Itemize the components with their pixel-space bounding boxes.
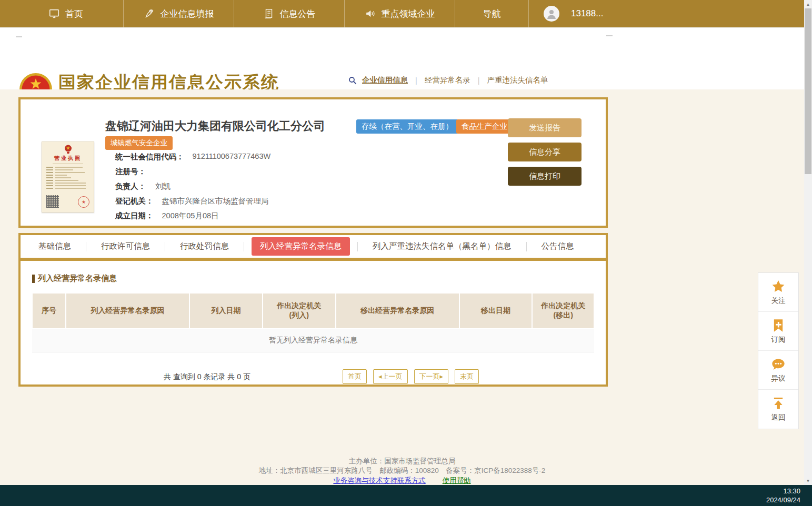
search-tab-illegal-dishonest-list[interactable]: 严重违法失信名单 [485, 75, 550, 85]
nav-item-navigation[interactable]: 导航 [455, 0, 529, 27]
field-establishment-date: 成立日期： 2008年05月08日 [115, 211, 270, 221]
taskbar-clock: 13:30 2024/09/24 [766, 487, 800, 504]
send-report-button[interactable]: 发送报告 [508, 118, 582, 137]
search-category-tabs: 企业信用信息 | 经营异常名录 | 严重违法失信名单 [348, 75, 609, 85]
separator [526, 242, 527, 251]
pen-icon [144, 8, 155, 19]
tab-announcement-info[interactable]: 公告信息 [534, 237, 582, 256]
table-header-row: 序号 列入经营异常名录原因 列入日期 作出决定机关 (列入) 移出经营异常名录原… [32, 293, 594, 329]
col-removal-date: 移出日期 [459, 293, 533, 329]
tab-basic-info[interactable]: 基础信息 [31, 237, 78, 256]
search-icon [348, 76, 357, 85]
pagination-buttons: 首页 ◂上一页 下一页▸ 末页 [343, 369, 479, 384]
nav-user-account[interactable]: 13188... [529, 0, 650, 27]
print-info-button[interactable]: 信息打印 [508, 167, 582, 186]
col-removal-authority: 作出决定机关 (移出) [532, 293, 594, 329]
license-title: 营业执照 [42, 155, 94, 162]
detail-tabs-panel: 基础信息 行政许可信息 行政处罚信息 列入经营异常名录信息 列入严重违法失信名单… [18, 233, 608, 387]
nav-item-label: 首页 [65, 8, 83, 20]
section-title-bar [32, 275, 35, 283]
col-inclusion-authority: 作出决定机关 (列入) [263, 293, 336, 329]
col-removal-reason: 移出经营异常名录原因 [336, 293, 459, 329]
avatar [544, 6, 559, 22]
nav-user-label: 13188... [571, 8, 603, 19]
clock-date: 2024/09/24 [766, 495, 800, 504]
section-title: 列入经营异常名录信息 [32, 274, 594, 284]
tab-administrative-penalty[interactable]: 行政处罚信息 [173, 237, 236, 256]
help-link[interactable]: 使用帮助 [443, 477, 471, 484]
license-emblem-icon [64, 145, 72, 154]
tab-abnormal-operation-list[interactable]: 列入经营异常名录信息 [252, 237, 350, 256]
nav-item-key-field-enterprises[interactable]: 重点领域企业 [345, 0, 455, 27]
support-contact-link[interactable]: 业务咨询与技术支持联系方式 [333, 477, 426, 484]
nav-item-home[interactable]: 首页 [8, 0, 124, 27]
abnormal-list-table: 序号 列入经营异常名录原因 列入日期 作出决定机关 (列入) 移出经营异常名录原… [32, 293, 594, 329]
food-producer-badge: 食品生产企业 [456, 119, 513, 134]
status-badge: 存续（在营、开业、在册） [356, 119, 458, 134]
pagination-summary: 共 查询到 0 条记录 共 0 页 [164, 372, 250, 382]
objection-button[interactable]: 异议 [758, 351, 798, 390]
os-taskbar: 13:30 2024/09/24 [0, 485, 812, 506]
company-name: 盘锦辽河油田大力集团有限公司化工分公司 [105, 118, 325, 134]
bookmark-plus-icon [771, 318, 786, 333]
last-page-button[interactable]: 末页 [455, 369, 479, 384]
nav-item-label: 企业信息填报 [161, 8, 214, 20]
col-inclusion-date: 列入日期 [189, 293, 263, 329]
license-qr-code [46, 195, 59, 208]
tab-bar: 基础信息 行政许可信息 行政处罚信息 列入经营异常名录信息 列入严重违法失信名单… [21, 235, 606, 261]
tab-serious-illegal-blacklist[interactable]: 列入严重违法失信名单（黑名单）信息 [365, 237, 519, 256]
nav-item-announcements[interactable]: 信息公告 [234, 0, 345, 27]
separator [244, 242, 244, 251]
back-to-top-button[interactable]: 返回 [758, 390, 798, 429]
scroll-down-arrow-icon[interactable]: ▼ [804, 477, 812, 485]
footer-organizer: 主办单位：国家市场监督管理总局 [0, 457, 804, 466]
top-nav: 首页 企业信息填报 信息公告 重点领域企业 导航 13188... [0, 0, 804, 27]
subscribe-button[interactable]: 订阅 [758, 312, 798, 351]
monitor-icon [48, 8, 60, 19]
field-person-in-charge: 负责人： 刘凯 [115, 181, 270, 191]
field-registration-number: 注册号： [115, 167, 270, 177]
scroll-up-arrow-icon[interactable]: ▲ [804, 0, 812, 8]
separator [165, 242, 165, 251]
user-icon [545, 7, 558, 20]
decorative-dash [606, 35, 613, 36]
share-info-button[interactable]: 信息分享 [508, 143, 582, 161]
page-footer: 主办单位：国家市场监督管理总局 地址：北京市西城区三里河东路八号 邮政编码：10… [0, 457, 804, 485]
speaker-icon [365, 8, 376, 19]
decorative-dash [16, 36, 22, 37]
vertical-scrollbar: ▲ ▼ [804, 0, 812, 485]
col-serial-number: 序号 [32, 293, 66, 329]
nav-item-enterprise-report[interactable]: 企业信息填报 [124, 0, 234, 27]
field-registration-authority: 登记机关： 盘锦市兴隆台区市场监督管理局 [115, 196, 270, 206]
separator: | [415, 76, 417, 85]
company-info-panel: 营业执照 ★ 盘锦辽河油田大力集团有限公司化工分公司 存续（在营、开业、在册） … [18, 97, 608, 228]
floating-side-panel: 关注 订阅 异议 返回 [758, 272, 799, 429]
scrollbar-thumb[interactable] [805, 8, 811, 174]
bulletin-icon [263, 8, 275, 19]
pagination: 共 查询到 0 条记录 共 0 页 首页 ◂上一页 下一页▸ 末页 [32, 369, 594, 385]
col-inclusion-reason: 列入经营异常名录原因 [66, 293, 189, 329]
separator [86, 242, 86, 251]
gas-safety-badge: 城镇燃气安全企业 [105, 136, 173, 150]
license-red-seal: ★ [78, 196, 89, 208]
separator [357, 242, 358, 251]
first-page-button[interactable]: 首页 [343, 369, 367, 384]
nav-item-label: 重点领域企业 [382, 8, 435, 20]
footer-address: 地址：北京市西城区三里河东路八号 邮政编码：100820 备案号：京ICP备18… [0, 466, 804, 475]
tab-content: 列入经营异常名录信息 序号 列入经营异常名录原因 列入日期 作出决定机关 (列入… [21, 261, 606, 385]
separator: | [478, 76, 480, 85]
previous-page-button[interactable]: ◂上一页 [373, 369, 408, 384]
tab-administrative-license[interactable]: 行政许可信息 [94, 237, 157, 256]
search-tab-enterprise-credit[interactable]: 企业信用信息 [360, 75, 410, 85]
clock-time: 13:30 [766, 487, 800, 495]
chat-bubble-icon [771, 357, 786, 372]
nav-item-label: 导航 [483, 8, 501, 20]
company-fields: 统一社会信用代码： 91211100673777463W 注册号： 负责人： 刘… [115, 152, 270, 226]
license-subline [53, 164, 83, 164]
business-license-image: 营业执照 ★ [42, 141, 94, 212]
field-credit-code: 统一社会信用代码： 91211100673777463W [115, 152, 270, 162]
star-icon [771, 279, 786, 294]
search-tab-abnormal-list[interactable]: 经营异常名录 [423, 75, 473, 85]
follow-button[interactable]: 关注 [758, 273, 798, 312]
next-page-button[interactable]: 下一页▸ [414, 369, 449, 384]
